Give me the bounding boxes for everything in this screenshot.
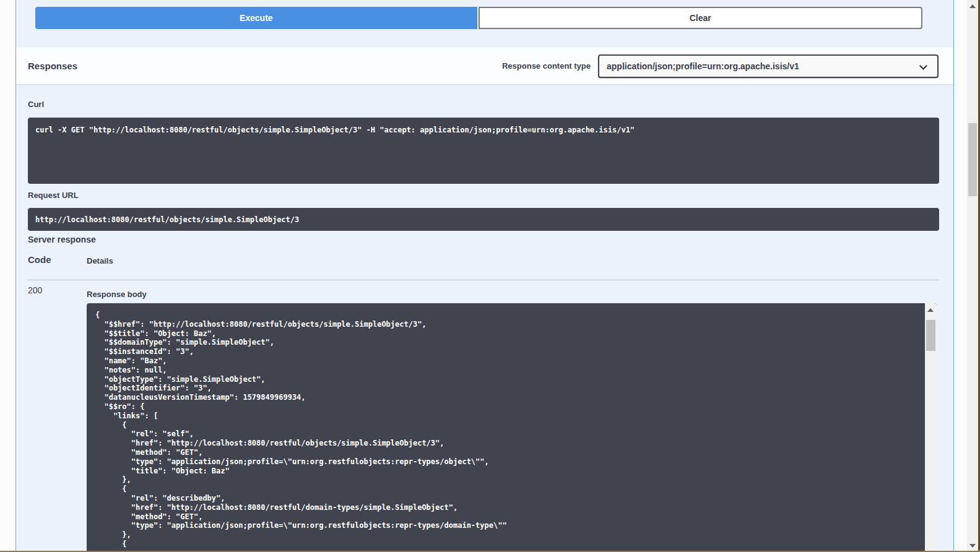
server-response-title: Server response <box>28 235 96 244</box>
response-body-panel: { "$$href": "http://localhost:8080/restf… <box>87 303 937 552</box>
response-content-type-value: application/json;profile=urn:org.apache.… <box>607 61 799 71</box>
response-content-type-label: Response content type <box>502 61 591 71</box>
request-url-label: Request URL <box>28 191 79 200</box>
response-content-type-select[interactable]: application/json;profile=urn:org.apache.… <box>598 54 939 78</box>
scroll-up-icon[interactable] <box>927 308 934 312</box>
table-header-divider <box>28 280 939 280</box>
execute-row: Execute Clear <box>35 7 922 29</box>
opblock-get: Execute Clear Responses Response content… <box>15 0 954 552</box>
response-body-code: { "$$href": "http://localhost:8080/restf… <box>87 303 925 552</box>
page-scrollbar[interactable] <box>967 0 978 552</box>
request-url-value: http://localhost:8080/restful/objects/si… <box>28 208 939 231</box>
right-gutter <box>954 0 967 552</box>
responses-title: Responses <box>28 61 77 71</box>
response-body-label: Response body <box>87 290 147 299</box>
clear-button[interactable]: Clear <box>479 7 923 29</box>
chevron-down-icon <box>919 62 927 70</box>
swagger-operation-page: Execute Clear Responses Response content… <box>0 0 980 552</box>
execute-button[interactable]: Execute <box>35 7 477 29</box>
curl-command: curl -X GET "http://localhost:8080/restf… <box>28 118 939 184</box>
code-column-header: Code <box>28 254 51 265</box>
response-body-scrollbar[interactable] <box>925 303 937 552</box>
page-scroll-down-icon[interactable] <box>969 544 976 548</box>
curl-label: Curl <box>28 100 44 109</box>
response-body-scroll-thumb[interactable] <box>926 320 935 351</box>
page-scroll-thumb[interactable] <box>968 123 977 196</box>
status-code: 200 <box>28 285 42 295</box>
responses-section-header: Responses Response content type applicat… <box>16 48 953 84</box>
details-column-header: Details <box>87 256 113 265</box>
page-scroll-up-icon[interactable] <box>969 4 976 8</box>
